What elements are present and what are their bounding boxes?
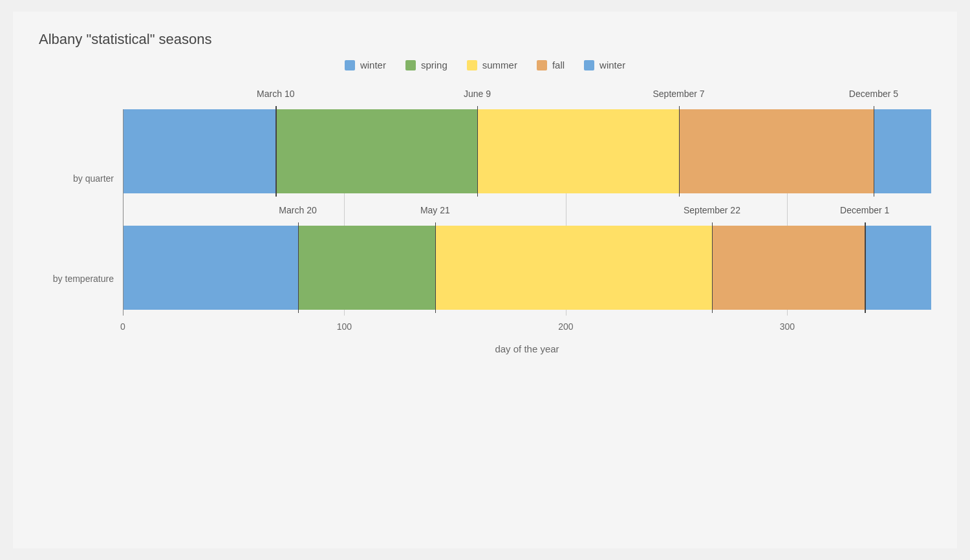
legend-item-2: summer <box>467 59 517 70</box>
legend-item-1: spring <box>405 59 447 70</box>
bar-segment-row1-3 <box>712 226 865 310</box>
legend: winter spring summer fall winter <box>39 59 931 70</box>
legend-swatch-3 <box>537 60 547 70</box>
date-label-row1-2: September 22 <box>684 205 740 215</box>
legend-swatch-0 <box>345 60 355 70</box>
date-label-row1-1: May 21 <box>420 205 450 215</box>
legend-swatch-4 <box>584 60 594 70</box>
legend-item-0: winter <box>345 59 386 70</box>
divider-row0-0 <box>275 106 277 197</box>
bar-segment-row0-2 <box>477 109 679 193</box>
divider-row1-2 <box>712 222 713 313</box>
y-label-by-quarter: by quarter <box>39 173 123 184</box>
divider-row0-3 <box>874 106 875 197</box>
divider-row0-2 <box>679 106 680 197</box>
divider-row1-0 <box>298 222 299 313</box>
chart-title: Albany "statistical" seasons <box>39 31 931 48</box>
legend-item-3: fall <box>537 59 565 70</box>
date-label-row0-3: December 5 <box>849 89 898 99</box>
y-label-by-temperature: by temperature <box>39 274 123 284</box>
date-label-row0-1: June 9 <box>464 89 491 99</box>
legend-label-0: winter <box>360 59 386 70</box>
date-label-row0-0: March 10 <box>257 89 294 99</box>
date-label-row0-2: September 7 <box>652 89 704 99</box>
x-tick-200: 200 <box>558 321 573 332</box>
bar-segment-row0-1 <box>275 109 477 193</box>
bar-segment-row0-4 <box>874 109 931 193</box>
divider-row0-1 <box>477 106 479 197</box>
legend-label-3: fall <box>552 59 565 70</box>
bar-segment-row1-1 <box>298 226 435 310</box>
x-tick-300: 300 <box>780 321 795 332</box>
legend-label-4: winter <box>599 59 625 70</box>
legend-label-1: spring <box>421 59 447 70</box>
bar-segment-row0-3 <box>679 109 874 193</box>
bar-segment-row1-0 <box>123 226 298 310</box>
divider-row1-1 <box>435 222 436 313</box>
x-tick-0: 0 <box>120 321 125 332</box>
legend-swatch-1 <box>405 60 416 70</box>
x-axis-title: day of the year <box>123 343 931 354</box>
x-tick-100: 100 <box>337 321 352 332</box>
bar-segment-row1-4 <box>865 226 931 310</box>
bar-segment-row0-0 <box>123 109 275 193</box>
legend-item-4: winter <box>584 59 625 70</box>
date-label-row1-0: March 20 <box>279 205 316 215</box>
divider-row1-3 <box>865 222 866 313</box>
date-label-row1-3: December 1 <box>840 205 889 215</box>
legend-swatch-2 <box>467 60 477 70</box>
legend-label-2: summer <box>482 59 517 70</box>
chart-container: Albany "statistical" seasons winter spri… <box>13 12 957 548</box>
bar-segment-row1-2 <box>435 226 712 310</box>
